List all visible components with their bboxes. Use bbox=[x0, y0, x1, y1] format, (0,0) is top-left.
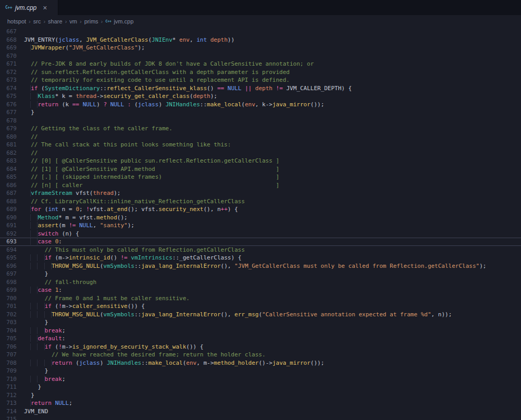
token-op[interactable]: ! bbox=[58, 303, 62, 310]
code-line[interactable]: 680 // bbox=[0, 133, 521, 141]
token-pl[interactable]: } bbox=[24, 392, 34, 399]
token-pl[interactable]: (), bbox=[221, 263, 235, 269]
line-number[interactable]: 669 bbox=[0, 44, 24, 52]
token-pl[interactable] bbox=[52, 238, 55, 245]
token-pl[interactable]: :: bbox=[200, 101, 207, 108]
token-pl[interactable]: JVM_END bbox=[24, 408, 48, 415]
token-pl[interactable]: )) bbox=[228, 36, 234, 43]
token-pl[interactable] bbox=[24, 400, 31, 406]
token-fn[interactable]: method bbox=[96, 214, 117, 221]
token-cl[interactable]: JNIHandles bbox=[107, 360, 141, 366]
token-st[interactable]: "CallerSensitive annotation expected at … bbox=[262, 311, 431, 318]
token-pr[interactable]: env bbox=[179, 36, 190, 43]
line-number[interactable]: 693 bbox=[0, 238, 24, 246]
code-line[interactable]: 670 bbox=[0, 52, 521, 60]
token-pl[interactable] bbox=[24, 238, 38, 245]
code-line[interactable]: 694 // This must only be called from Ref… bbox=[0, 246, 521, 254]
tab-jvm-cpp[interactable]: C++ jvm.cpp × bbox=[0, 0, 58, 15]
code-text[interactable]: // [.] [ (skipped intermediate frames) ] bbox=[24, 173, 279, 181]
code-text[interactable]: case 0: bbox=[24, 238, 62, 246]
code-line[interactable]: 675 Klass* k = thread->security_get_call… bbox=[0, 92, 521, 101]
token-pl[interactable]: ()) { bbox=[128, 303, 145, 310]
token-kw[interactable]: return bbox=[38, 101, 59, 108]
token-fn[interactable]: THROW_MSG_NULL bbox=[52, 311, 100, 318]
token-ty[interactable]: int bbox=[196, 36, 207, 43]
token-pr[interactable]: thread bbox=[76, 93, 96, 100]
token-op[interactable]: != bbox=[120, 254, 127, 261]
token-pl[interactable]: ) bbox=[100, 360, 107, 366]
code-text[interactable]: // [0] [ @CallerSensitive public sun.ref… bbox=[24, 157, 279, 165]
token-cm[interactable]: // We have reached the desired frame; re… bbox=[24, 351, 266, 358]
token-op[interactable]: || bbox=[245, 85, 252, 92]
line-number[interactable]: 699 bbox=[0, 286, 24, 294]
code-line[interactable]: 668JVM_ENTRY(jclass, JVM_GetCallerClass(… bbox=[0, 36, 521, 44]
code-text[interactable]: case 1: bbox=[24, 286, 62, 294]
breadcrumb-item-vm[interactable]: vm bbox=[69, 18, 77, 24]
line-number[interactable]: 684 bbox=[0, 165, 24, 174]
token-pl[interactable]: ; bbox=[62, 327, 66, 334]
token-fn[interactable]: intrinsic_id bbox=[69, 254, 110, 261]
line-number[interactable]: 698 bbox=[0, 278, 24, 287]
code-text[interactable]: for (int n = 0; !vfst.at_end(); vfst.sec… bbox=[24, 205, 238, 214]
token-pl[interactable]: (), n bbox=[203, 206, 220, 213]
code-line[interactable]: 709 } bbox=[0, 367, 521, 375]
token-fn[interactable]: at_end bbox=[107, 206, 128, 213]
token-pl[interactable] bbox=[272, 85, 276, 92]
token-cl[interactable]: JNIEnv bbox=[152, 36, 172, 43]
token-cm[interactable]: // Getting the class of the caller frame… bbox=[24, 125, 172, 132]
line-number[interactable]: 697 bbox=[0, 270, 24, 278]
code-text[interactable]: JVM_ENTRY(jclass, JVM_GetCallerClass(JNI… bbox=[24, 36, 234, 44]
code-line[interactable]: 685 // [.] [ (skipped intermediate frame… bbox=[0, 173, 521, 181]
token-fn[interactable]: JVMWrapper bbox=[31, 44, 65, 51]
line-number[interactable]: 715 bbox=[0, 415, 24, 420]
token-pl[interactable]: JVM_ENTRY( bbox=[24, 36, 58, 43]
token-pl[interactable]: n = bbox=[58, 206, 76, 213]
code-text[interactable]: assert(m != NULL, "sanity"); bbox=[24, 221, 134, 230]
token-pl[interactable]: * bbox=[172, 36, 179, 43]
code-text[interactable]: THROW_MSG_NULL(vmSymbols::java_lang_Inte… bbox=[24, 311, 452, 319]
code-text[interactable]: // Pre-JDK 8 and early builds of JDK 8 d… bbox=[24, 60, 314, 68]
code-text[interactable]: // temporarily for existing code to use … bbox=[24, 76, 290, 84]
code-line[interactable]: 677 } bbox=[0, 108, 521, 117]
code-text[interactable]: // [n] [ caller ] bbox=[24, 181, 279, 190]
code-line[interactable]: 672 // sun.reflect.Reflection.getCallerC… bbox=[0, 68, 521, 77]
line-number[interactable]: 689 bbox=[0, 205, 24, 214]
token-pl[interactable]: (m-> bbox=[52, 254, 69, 261]
line-number[interactable]: 688 bbox=[0, 197, 24, 206]
close-icon[interactable]: × bbox=[43, 4, 47, 11]
token-cl[interactable]: vmSymbols bbox=[103, 311, 134, 318]
code-text[interactable]: switch (n) { bbox=[24, 230, 79, 238]
code-line[interactable]: 699 case 1: bbox=[0, 286, 521, 294]
code-line[interactable]: 678 bbox=[0, 117, 521, 125]
line-number[interactable]: 667 bbox=[0, 28, 24, 36]
token-pl[interactable] bbox=[24, 327, 45, 334]
token-st[interactable]: "sanity" bbox=[100, 222, 128, 229]
token-pr[interactable]: env bbox=[186, 360, 196, 366]
token-fn[interactable]: java_mirror bbox=[272, 101, 311, 108]
breadcrumb-item-hotspot[interactable]: hotspot bbox=[7, 18, 26, 24]
line-number[interactable]: 670 bbox=[0, 52, 24, 60]
token-pl[interactable]: } bbox=[24, 384, 41, 390]
code-line[interactable]: 686 // [n] [ caller ] bbox=[0, 181, 521, 190]
token-kw[interactable]: default bbox=[38, 335, 62, 342]
code-line[interactable]: 712 } bbox=[0, 391, 521, 400]
token-cn[interactable]: NULL bbox=[228, 85, 242, 92]
line-number[interactable]: 712 bbox=[0, 391, 24, 400]
token-pl[interactable] bbox=[24, 287, 38, 293]
line-number[interactable]: 704 bbox=[0, 327, 24, 335]
token-pl[interactable] bbox=[52, 400, 55, 406]
token-kw[interactable]: case bbox=[38, 287, 52, 293]
token-pl[interactable]: ( bbox=[131, 101, 138, 108]
token-pl[interactable] bbox=[24, 101, 38, 108]
token-pl[interactable]: ) bbox=[96, 101, 103, 108]
code-text[interactable]: Klass* k = thread->security_get_caller_c… bbox=[24, 92, 217, 101]
token-pl[interactable] bbox=[24, 360, 52, 366]
code-line[interactable]: 714JVM_END bbox=[0, 407, 521, 416]
line-number[interactable]: 677 bbox=[0, 108, 24, 117]
token-fn[interactable]: caller_sensitive bbox=[72, 303, 128, 310]
token-pl[interactable]: , k-> bbox=[255, 101, 272, 108]
token-pl[interactable] bbox=[24, 230, 38, 237]
token-pl[interactable]: ( bbox=[241, 101, 245, 108]
code-line[interactable]: 710 break; bbox=[0, 375, 521, 384]
token-cm[interactable]: // [n] [ caller ] bbox=[24, 182, 279, 189]
